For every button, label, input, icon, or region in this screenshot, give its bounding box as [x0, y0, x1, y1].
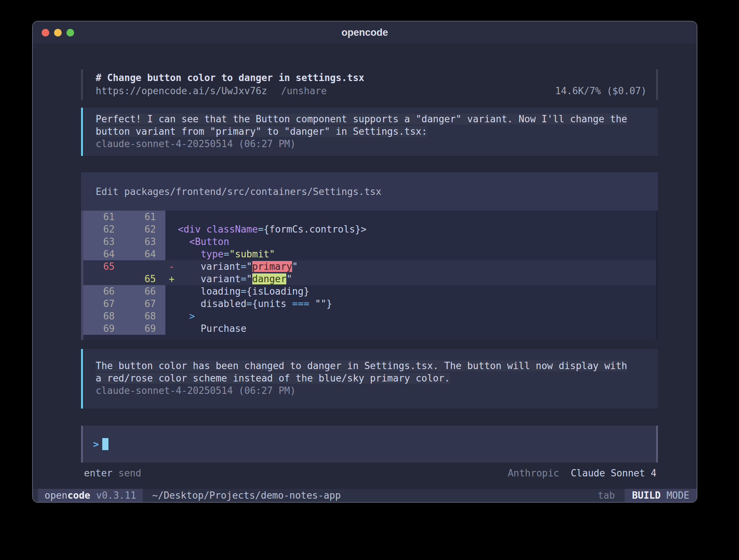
message-line: button variant from "primary" to "danger…: [96, 125, 643, 138]
main-content: # Change button color to danger in setti…: [33, 43, 697, 489]
message-meta: claude-sonnet-4-20250514 (06:27 PM): [96, 384, 643, 397]
session-subheader: https://opencode.ai/s/UwJxv76z /unshare …: [96, 84, 647, 97]
app-name-open: open: [45, 490, 68, 501]
working-directory: ~/Desktop/Projects/demo-notes-app: [152, 490, 341, 501]
app-version: v0.3.11: [96, 490, 136, 501]
provider-label: Anthropic: [508, 468, 559, 479]
text-cursor: [102, 438, 108, 450]
model-label: Claude Sonnet 4: [571, 468, 656, 479]
mode-name: BUILD: [632, 490, 660, 501]
diff-row: 6666 loading={isLoading}: [83, 285, 656, 298]
window-title: opencode: [341, 27, 388, 38]
app-name-code: code: [68, 490, 91, 501]
status-bar-right: tab BUILD MODE: [598, 489, 697, 502]
model-info: Anthropic Claude Sonnet 4: [508, 467, 656, 479]
diff-rows: 61616262<div className={formCs.controls}…: [83, 211, 656, 335]
session-header: # Change button color to danger in setti…: [81, 69, 658, 100]
mode-label: MODE: [666, 490, 689, 501]
diff-row: 6464 type="submit": [83, 248, 656, 260]
token-usage: 14.6K/7% ($0.07): [555, 84, 647, 97]
diff-row: 6363 <Button: [83, 235, 656, 248]
assistant-message-1: Perfect! I can see that the Button compo…: [81, 108, 658, 156]
share-url[interactable]: https://opencode.ai/s/UwJxv76z: [96, 84, 267, 97]
message-line: a red/rose color scheme instead of the b…: [96, 372, 643, 384]
diff-row: 65+ variant="danger": [83, 273, 656, 285]
diff-row: 6969 Purchase: [83, 322, 656, 335]
status-bar: opencode v0.3.11 ~/Desktop/Projects/demo…: [33, 489, 697, 502]
diff-row: 65- variant="primary": [83, 260, 656, 273]
diff-row: 6767 disabled={units === ""}: [83, 298, 656, 310]
traffic-lights: [42, 29, 74, 37]
message-line: Perfect! I can see that the Button compo…: [96, 113, 643, 125]
edit-tool-block: Edit packages/frontend/src/containers/Se…: [81, 172, 658, 340]
message-line: The button color has been changed to dan…: [96, 360, 643, 372]
zoom-button[interactable]: [66, 29, 74, 37]
prompt-chevron: >: [93, 439, 99, 450]
hint-row: enter send Anthropic Claude Sonnet 4: [81, 467, 658, 479]
unshare-command[interactable]: /unshare: [281, 84, 327, 97]
prompt-input[interactable]: >: [81, 426, 658, 463]
send-action-hint: send: [118, 467, 141, 479]
edit-tool-title: Edit packages/frontend/src/containers/Se…: [81, 172, 658, 211]
enter-key-hint: enter: [84, 467, 112, 479]
app-version-segment: opencode v0.3.11: [38, 489, 143, 502]
diff-row: 6262<div className={formCs.controls}>: [83, 223, 656, 235]
opencode-window: opencode # Change button color to danger…: [32, 21, 697, 503]
titlebar: opencode: [33, 22, 697, 43]
message-meta: claude-sonnet-4-20250514 (06:27 PM): [96, 138, 643, 150]
assistant-message-2: The button color has been changed to dan…: [81, 349, 658, 409]
diff-row: 6868 >: [83, 310, 656, 322]
mode-segment[interactable]: BUILD MODE: [624, 489, 697, 502]
minimize-button[interactable]: [54, 29, 62, 37]
session-title: # Change button color to danger in setti…: [96, 71, 647, 84]
diff-view: 61616262<div className={formCs.controls}…: [81, 211, 658, 340]
close-button[interactable]: [42, 29, 49, 37]
tab-key-hint[interactable]: tab: [598, 490, 615, 501]
diff-row: 6161: [83, 211, 656, 223]
